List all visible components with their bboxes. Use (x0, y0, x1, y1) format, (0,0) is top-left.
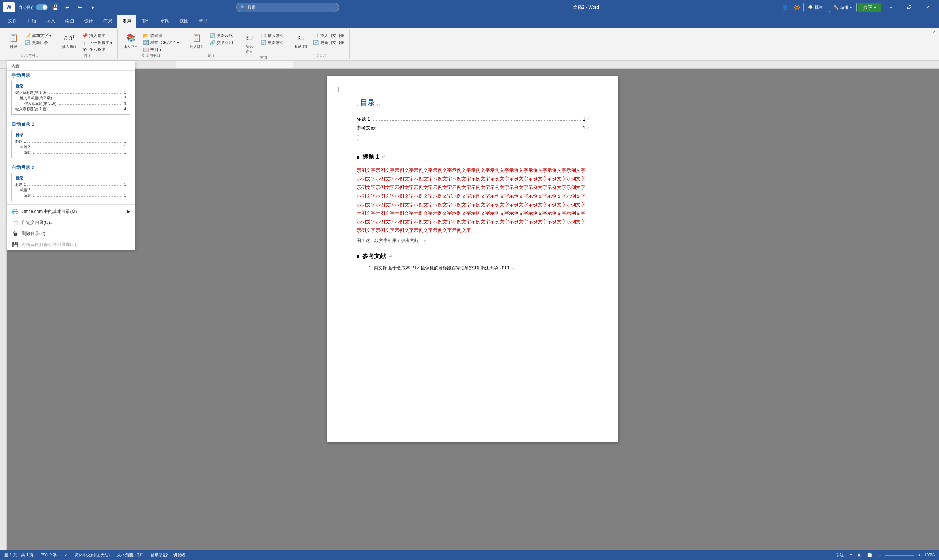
tab-draw[interactable]: 绘图 (60, 15, 79, 28)
charu-suoyin-label: 插入索引 (268, 33, 284, 38)
zoom-in-button[interactable]: ＋ (917, 552, 921, 558)
gengxin-biaoge-button[interactable]: 🔄 更新表格 (208, 32, 235, 39)
tab-references[interactable]: 引用 (117, 15, 136, 28)
guanli-icon: 📂 (143, 33, 149, 38)
guanli-label: 管理源 (150, 33, 162, 38)
zoom-control[interactable]: － ＋ 100% (878, 552, 934, 558)
xiayitiao-button[interactable]: ↓ 下一条脚注 ▾ (80, 39, 114, 46)
language-label[interactable]: 简体中文(中国大陆) (75, 552, 109, 558)
title-bar-left: W 自动保存 💾 ↩ ↪ ▾ (3, 2, 236, 12)
toc-title: 目录 (360, 98, 375, 108)
customize-toolbar-button[interactable]: ▾ (87, 2, 97, 12)
dropdown-divider-2 (7, 161, 135, 161)
shumu-label: 书目 ▾ (150, 47, 162, 52)
view-icon-2[interactable]: ⊞ (858, 553, 861, 557)
ribbon-collapse-arrow[interactable]: ∧ (933, 29, 936, 34)
gongxiang-button[interactable]: 共享 ▾ (858, 3, 881, 12)
para-mark-1: ↵ (356, 134, 589, 137)
save-button[interactable]: 💾 (50, 2, 60, 12)
toc-entry-1-page: 1 (583, 116, 585, 122)
ribbon: 文件 开始 插入 绘图 设计 布局 引用 邮件 审阅 视图 帮助 📋 目录 📝 … (0, 15, 939, 61)
gengxin-yinyong-mulu-icon: 🔄 (313, 40, 319, 45)
autosave-toggle[interactable] (36, 5, 48, 10)
auto1-toc-preview[interactable]: 目录 标题 1 1 标题 2 1 标题 3 1 (11, 130, 130, 158)
ribbon-group-citations: 📚 插入书目 📂 管理源 🔤 样式: GB7714 ▾ 📖 书目 ▾ (119, 29, 184, 59)
custom-toc-action[interactable]: 📄 自定义目录(C)... (7, 217, 135, 228)
tianjia-button[interactable]: 📝 添加文字 ▾ (23, 32, 53, 39)
gengxin-mulu-button[interactable]: 🔄 更新目录 (23, 39, 53, 46)
gongxiang-arrow: ▾ (874, 5, 876, 10)
office-other-toc-action[interactable]: 🌐 Office.com 中的其他目录(M) ▶ (7, 206, 135, 217)
jiaocha-button[interactable]: 🔗 交叉引用 (208, 39, 235, 46)
auto2-toc-preview[interactable]: 目录 标题 1 1 标题 2 1 标题 3 1 (11, 173, 130, 201)
mulu-button[interactable]: 📋 目录 (6, 31, 21, 51)
charu-jiaozhu-button[interactable]: ab¹ 插入脚注 (60, 31, 79, 51)
charu-biaozhu-button[interactable]: 📋 插入题注 (188, 31, 206, 51)
guanli-button[interactable]: 📂 管理源 (141, 32, 181, 39)
brightness-button[interactable]: 🔆 (791, 2, 802, 12)
gengxin-yinyong-mulu-button[interactable]: 🔄 更新引文目录 (311, 39, 346, 46)
tab-mailings[interactable]: 邮件 (136, 15, 156, 28)
shumu-button[interactable]: 📖 书目 ▾ (141, 46, 181, 53)
figure-caption-text: 图 1 这一段文字引用了参考文献 1 (356, 238, 422, 243)
mulu-label: 目录 (10, 45, 17, 49)
biaoji-yinyong-button[interactable]: 🏷 标记引文 (293, 31, 310, 50)
charu-jiaozhu-label: 插入脚注 (62, 45, 77, 49)
svg-rect-0 (0, 61, 939, 69)
ribbon-col-toc: 📝 添加文字 ▾ 🔄 更新目录 (23, 31, 53, 46)
tab-layout[interactable]: 布局 (98, 15, 117, 28)
biaoji-yinyong-icon: 🏷 (295, 32, 307, 44)
toc-entry-1: 标题 1 1 ↵ (356, 116, 589, 122)
document-area[interactable]: ▪ 目录 ↵ 标题 1 1 ↵ 参考文献 1 ↵ ↵ ↵ 标题 1 (6, 69, 939, 550)
focus-button[interactable]: 专注 (836, 552, 843, 558)
tab-view[interactable]: 视图 (174, 15, 194, 28)
pizhu-button[interactable]: 💬 批注 (803, 3, 828, 12)
section1-enter-mark: ↵ (382, 155, 385, 159)
toc-entry-1-text: 标题 1 (356, 116, 370, 122)
charu-shumu-button[interactable]: 📚 插入书目 (122, 31, 140, 51)
delete-toc-action[interactable]: 🗑 删除目录(R) (7, 228, 135, 239)
office-other-toc-icon: 🌐 (11, 208, 19, 215)
manual-toc-preview[interactable]: 目录 键入章标题(第 1 级) 1 键入章标题(第 2 级) 2 键入章标题(第… (11, 81, 130, 115)
charu-suoyin-button[interactable]: 📑 插入索引 (259, 32, 286, 39)
restore-button[interactable]: 🗗 (901, 0, 918, 15)
close-button[interactable]: ✕ (919, 0, 936, 15)
tab-home[interactable]: 开始 (22, 15, 41, 28)
gengxin-mulu-label: 更新目录 (32, 40, 48, 45)
biaoji-tiaomu-button[interactable]: 🏷 标记条目 (242, 31, 257, 55)
charu-yinyong-mulu-icon: 📑 (313, 33, 319, 38)
accessibility-label: 辅助功能: 一切就绪 (151, 552, 185, 558)
undo-button[interactable]: ↩ (62, 2, 72, 12)
charu-shumu-label: 插入书目 (123, 45, 138, 49)
custom-toc-label: 自定义目录(C)... (22, 220, 54, 226)
ribbon-group-citation-table: 🏷 标记引文 📑 插入引文目录 🔄 更新引文目录 引文目录 (290, 29, 350, 59)
minimize-button[interactable]: － (882, 0, 899, 15)
save-toc-label: 将所选内容保存到目录库(S)... (22, 242, 80, 248)
tab-design[interactable]: 设计 (79, 15, 98, 28)
zoom-level[interactable]: 100% (924, 553, 934, 557)
view-icon-3[interactable]: 📄 (867, 553, 872, 557)
toc-entry-1-mark: ↵ (586, 117, 589, 121)
ref-title: 参考文献 (362, 252, 386, 260)
tab-help[interactable]: 帮助 (194, 15, 213, 28)
auto2-toc-label: 自动目录 2 (7, 163, 135, 172)
tab-insert[interactable]: 插入 (41, 15, 60, 28)
user-avatar[interactable]: 👤 (780, 2, 790, 12)
tab-file[interactable]: 文件 (3, 15, 22, 28)
text-predict[interactable]: 文本预测: 打开 (117, 552, 143, 558)
view-icon-1[interactable]: ≡ (850, 553, 852, 557)
toc-heading-row: ▪ 目录 ↵ (356, 98, 589, 112)
tab-review[interactable]: 审阅 (156, 15, 174, 28)
search-box[interactable]: 🔍 搜索 (236, 3, 339, 12)
zoom-out-button[interactable]: － (878, 552, 882, 558)
gengxin-suoyin-button[interactable]: 🔄 更新索引 (259, 39, 286, 46)
spell-check-icon[interactable]: ✓ (64, 553, 68, 557)
xianshi-button[interactable]: 👁 显示备注 (80, 46, 114, 53)
charu-yinyong-mulu-button[interactable]: 📑 插入引文目录 (311, 32, 346, 39)
charu-weizhu-button[interactable]: 📌 插入尾注 (80, 32, 114, 39)
redo-button[interactable]: ↪ (75, 2, 85, 12)
zoom-slider[interactable] (885, 554, 914, 555)
yangshi-button[interactable]: 🔤 样式: GB7714 ▾ (141, 39, 181, 46)
dropdown-section-header: 内置 (7, 61, 135, 71)
bianji-button[interactable]: ✏️ 编辑 ▾ (829, 3, 857, 12)
